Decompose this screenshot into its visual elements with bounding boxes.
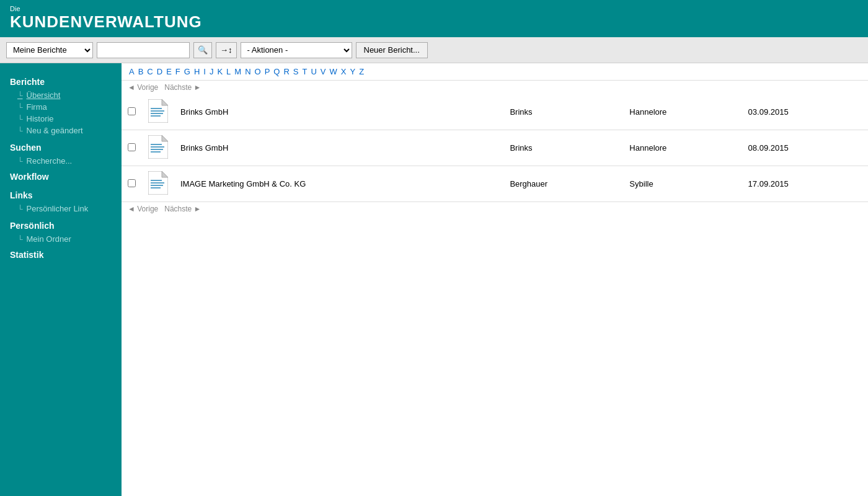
document-icon — [148, 171, 168, 195]
row-checkbox[interactable] — [128, 179, 136, 187]
svg-marker-13 — [162, 171, 168, 177]
prev-page-top: ◄ Vorige — [128, 83, 158, 92]
sidebar-item-personlicher-link[interactable]: Persönlicher Link — [0, 203, 122, 215]
sidebar-section-statistik[interactable]: Statistik — [0, 245, 122, 262]
document-icon — [148, 135, 168, 159]
sidebar: Berichte Übersicht Firma Historie Neu & … — [0, 63, 122, 496]
document-icon — [148, 99, 168, 123]
alpha-nav-letter-q[interactable]: Q — [272, 67, 281, 76]
alpha-nav-letter-z[interactable]: Z — [358, 67, 365, 76]
row-firstname: Sybille — [623, 166, 742, 202]
row-company: Brinks GmbH — [174, 94, 503, 130]
row-checkbox-cell[interactable] — [122, 130, 142, 166]
row-firstname: Hannelore — [623, 130, 742, 166]
row-icon-cell — [142, 94, 174, 130]
row-date: 03.09.2015 — [742, 94, 868, 130]
app-header: Die KUNDENVERWALTUNG — [0, 0, 868, 37]
my-reports-dropdown[interactable]: Meine Berichte Alle Berichte — [6, 42, 93, 58]
sidebar-section-workflow[interactable]: Workflow — [0, 167, 122, 184]
table-row[interactable]: Brinks GmbHBrinksHannelore08.09.2015 — [122, 130, 868, 166]
svg-rect-9 — [151, 146, 164, 148]
alpha-nav: ABCDEFGHIJKLMNOPQRSTUVWXYZ — [122, 63, 868, 81]
sidebar-item-ubersicht[interactable]: Übersicht — [0, 89, 122, 101]
row-lastname: Brinks — [503, 94, 623, 130]
svg-rect-16 — [151, 185, 163, 186]
report-table: Brinks GmbHBrinksHannelore03.09.2015 Bri… — [122, 94, 868, 202]
pagination-bottom: ◄ Vorige Nächste ► — [122, 202, 868, 216]
sidebar-section-personlich: Persönlich — [0, 215, 122, 233]
header-subtitle: Die — [10, 5, 858, 12]
search-button[interactable]: 🔍 — [193, 42, 212, 58]
row-date: 17.09.2015 — [742, 166, 868, 202]
row-checkbox[interactable] — [128, 107, 136, 115]
row-icon-cell — [142, 130, 174, 166]
next-page-bottom: Nächste ► — [164, 205, 201, 213]
sidebar-item-recherche[interactable]: Recherche... — [0, 155, 122, 167]
search-input[interactable] — [97, 42, 190, 58]
pagination-top: ◄ Vorige Nächste ► — [122, 81, 868, 94]
alpha-nav-letter-t[interactable]: T — [301, 67, 309, 76]
table-row[interactable]: Brinks GmbHBrinksHannelore03.09.2015 — [122, 94, 868, 130]
alpha-nav-letter-s[interactable]: S — [292, 67, 300, 76]
sidebar-item-neu-geandert[interactable]: Neu & geändert — [0, 125, 122, 136]
row-lastname: Brinks — [503, 130, 623, 166]
toolbar: Meine Berichte Alle Berichte 🔍 →↕ - Akti… — [0, 37, 868, 63]
sidebar-item-mein-ordner[interactable]: Mein Ordner — [0, 233, 122, 245]
prev-page-bottom: ◄ Vorige — [128, 205, 158, 213]
main-layout: Berichte Übersicht Firma Historie Neu & … — [0, 63, 868, 496]
alpha-nav-letter-o[interactable]: O — [254, 67, 262, 76]
alpha-nav-letter-k[interactable]: K — [216, 67, 224, 76]
svg-rect-14 — [151, 180, 162, 181]
alpha-nav-letter-x[interactable]: X — [340, 67, 348, 76]
svg-rect-2 — [151, 108, 162, 109]
row-checkbox-cell[interactable] — [122, 166, 142, 202]
table-row[interactable]: IMAGE Marketing GmbH & Co. KGBerghauerSy… — [122, 166, 868, 202]
row-company: IMAGE Marketing GmbH & Co. KG — [174, 166, 503, 202]
svg-rect-11 — [151, 151, 161, 153]
sidebar-section-berichte: Berichte — [0, 71, 122, 89]
main-content: ABCDEFGHIJKLMNOPQRSTUVWXYZ ◄ Vorige Näch… — [122, 63, 868, 496]
svg-rect-10 — [151, 149, 163, 150]
alpha-nav-letter-r[interactable]: R — [282, 67, 290, 76]
sort-button[interactable]: →↕ — [216, 42, 237, 58]
svg-rect-15 — [151, 182, 164, 184]
alpha-nav-letter-v[interactable]: V — [319, 67, 327, 76]
svg-rect-5 — [151, 115, 161, 117]
alpha-nav-letter-d[interactable]: D — [156, 67, 164, 76]
alpha-nav-letter-u[interactable]: U — [309, 67, 317, 76]
header-title: KUNDENVERWALTUNG — [10, 12, 858, 32]
sidebar-item-historie[interactable]: Historie — [0, 113, 122, 125]
svg-rect-17 — [151, 187, 161, 188]
alpha-nav-letter-g[interactable]: G — [183, 67, 192, 76]
row-icon-cell — [142, 166, 174, 202]
row-checkbox-cell[interactable] — [122, 94, 142, 130]
alpha-nav-letter-f[interactable]: F — [174, 67, 182, 76]
alpha-nav-letter-w[interactable]: W — [329, 67, 339, 76]
alpha-nav-letter-j[interactable]: J — [208, 67, 215, 76]
svg-marker-1 — [162, 99, 168, 105]
svg-rect-3 — [151, 110, 164, 112]
next-page-top: Nächste ► — [164, 83, 201, 92]
row-checkbox[interactable] — [128, 143, 136, 151]
svg-marker-7 — [162, 135, 168, 141]
sidebar-section-links: Links — [0, 184, 122, 203]
actions-dropdown[interactable]: - Aktionen - Löschen Exportieren — [241, 42, 352, 58]
row-company: Brinks GmbH — [174, 130, 503, 166]
alpha-nav-letter-n[interactable]: N — [244, 67, 252, 76]
new-report-button[interactable]: Neuer Bericht... — [356, 42, 428, 58]
svg-rect-4 — [151, 113, 163, 114]
alpha-nav-letter-h[interactable]: H — [193, 67, 201, 76]
alpha-nav-letter-c[interactable]: C — [146, 67, 154, 76]
sidebar-item-firma[interactable]: Firma — [0, 101, 122, 113]
alpha-nav-letter-y[interactable]: Y — [348, 67, 356, 76]
alpha-nav-letter-i[interactable]: I — [202, 67, 207, 76]
alpha-nav-letter-b[interactable]: B — [137, 67, 145, 76]
alpha-nav-letter-l[interactable]: L — [225, 67, 232, 76]
alpha-nav-letter-e[interactable]: E — [165, 67, 173, 76]
sidebar-section-suchen: Suchen — [0, 136, 122, 155]
alpha-nav-letter-m[interactable]: M — [233, 67, 242, 76]
svg-rect-8 — [151, 144, 162, 145]
row-firstname: Hannelore — [623, 94, 742, 130]
alpha-nav-letter-p[interactable]: P — [264, 67, 272, 76]
alpha-nav-letter-a[interactable]: A — [128, 67, 136, 76]
